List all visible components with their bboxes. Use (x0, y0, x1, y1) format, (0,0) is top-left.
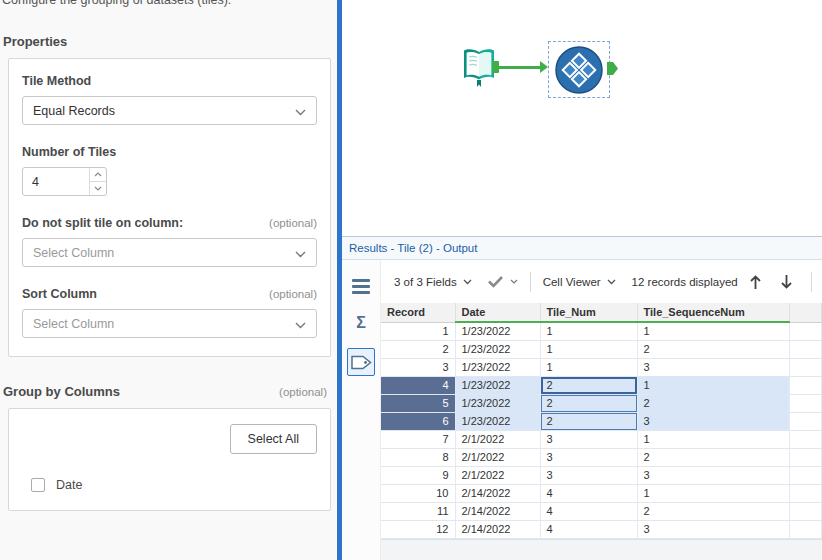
data-grid-view-icon[interactable] (347, 274, 375, 298)
cell-viewer-label: Cell Viewer (543, 276, 601, 288)
cell-record[interactable]: 12 (381, 520, 455, 538)
tile-output-anchor[interactable] (607, 62, 618, 75)
cell-tile[interactable]: 4 (540, 502, 637, 520)
group-by-column-label: Date (56, 478, 82, 492)
cell-seq[interactable]: 1 (637, 430, 789, 448)
cell-record[interactable]: 6 (381, 412, 455, 430)
cell-viewer-dropdown[interactable]: Cell Viewer (543, 276, 616, 288)
increment-button[interactable] (90, 168, 106, 182)
column-header-date[interactable]: Date (455, 303, 540, 322)
cell-record[interactable]: 8 (381, 448, 455, 466)
sort-column-label: Sort Column (22, 287, 97, 301)
cell-filler (789, 520, 822, 538)
cell-tile[interactable]: 4 (540, 520, 637, 538)
cell-tile[interactable]: 3 (540, 448, 637, 466)
decrement-button[interactable] (90, 182, 106, 195)
workflow-canvas[interactable] (342, 0, 822, 236)
cell-tile[interactable]: 3 (540, 466, 637, 484)
number-of-tiles-label: Number of Tiles (22, 145, 116, 159)
cell-date[interactable]: 1/23/2022 (455, 394, 540, 412)
column-header-tile_sequencenum[interactable]: Tile_SequenceNum (637, 303, 789, 322)
cell-seq[interactable]: 2 (637, 448, 789, 466)
cell-date[interactable]: 1/23/2022 (455, 340, 540, 358)
sort-column-value: Select Column (33, 317, 114, 331)
select-all-button[interactable]: Select All (230, 424, 317, 454)
input-data-tool[interactable] (462, 47, 496, 91)
cell-date[interactable]: 1/23/2022 (455, 358, 540, 376)
cell-filler (789, 322, 822, 340)
sort-column-optional-tag: (optional) (269, 288, 317, 300)
cell-seq[interactable]: 2 (637, 394, 789, 412)
no-split-column-value: Select Column (33, 246, 114, 260)
tile-tool-icon (554, 45, 604, 95)
group-by-box: Select All Date (8, 408, 331, 511)
arrow-up-icon[interactable] (749, 274, 762, 290)
cell-seq[interactable]: 2 (637, 340, 789, 358)
cell-record[interactable]: 5 (381, 394, 455, 412)
cell-tile[interactable]: 1 (540, 358, 637, 376)
cell-seq[interactable]: 1 (637, 484, 789, 502)
number-of-tiles-stepper[interactable]: 4 (22, 167, 107, 196)
output-tag-view-icon[interactable] (347, 348, 375, 376)
horizontal-scroll-area[interactable] (381, 539, 822, 560)
results-view-strip: Σ (342, 260, 381, 560)
chevron-down-icon (295, 102, 306, 120)
no-split-label-row: Do not split tile on column: (optional) (22, 216, 317, 230)
cell-filler (789, 430, 822, 448)
cell-tile[interactable]: 2 (540, 412, 637, 430)
connection-wire[interactable] (499, 66, 541, 69)
cell-seq[interactable]: 3 (637, 358, 789, 376)
cell-date[interactable]: 2/14/2022 (455, 520, 540, 538)
tool-description: Configure the grouping of datasets (tile… (0, 0, 337, 7)
cell-tile[interactable]: 3 (540, 430, 637, 448)
checkbox[interactable] (31, 478, 45, 492)
sort-column-select[interactable]: Select Column (22, 309, 317, 338)
output-anchor[interactable] (492, 61, 499, 73)
cell-seq[interactable]: 3 (637, 520, 789, 538)
cell-tile[interactable]: 1 (540, 322, 637, 340)
group-by-list: Date (22, 478, 317, 492)
fields-summary: 3 of 3 Fields (394, 276, 457, 288)
results-grid: RecordDateTile_NumTile_SequenceNum 11/23… (381, 303, 822, 539)
cell-filler (789, 448, 822, 466)
cell-date[interactable]: 2/1/2022 (455, 466, 540, 484)
column-header-record[interactable]: Record (381, 303, 455, 322)
cell-date[interactable]: 1/23/2022 (455, 322, 540, 340)
cell-record[interactable]: 7 (381, 430, 455, 448)
cell-seq[interactable]: 3 (637, 466, 789, 484)
fields-dropdown[interactable]: 3 of 3 Fields (394, 276, 472, 288)
cell-seq[interactable]: 2 (637, 502, 789, 520)
cell-record[interactable]: 11 (381, 502, 455, 520)
no-split-column-select[interactable]: Select Column (22, 238, 317, 267)
metadata-view-icon[interactable]: Σ (347, 311, 375, 335)
cell-record[interactable]: 1 (381, 322, 455, 340)
cell-date[interactable]: 2/14/2022 (455, 502, 540, 520)
tile-tool[interactable] (554, 45, 604, 99)
results-table-header-row: RecordDateTile_NumTile_SequenceNum (381, 303, 822, 322)
cell-date[interactable]: 1/23/2022 (455, 412, 540, 430)
cell-record[interactable]: 3 (381, 358, 455, 376)
column-header-tile_num[interactable]: Tile_Num (540, 303, 637, 322)
cell-tile[interactable]: 2 (540, 376, 637, 394)
cell-record[interactable]: 10 (381, 484, 455, 502)
cell-date[interactable]: 2/1/2022 (455, 448, 540, 466)
tile-method-value: Equal Records (33, 104, 115, 118)
table-row: 11/23/202211 (381, 322, 822, 340)
tile-method-select[interactable]: Equal Records (22, 96, 317, 125)
records-displayed-label: 12 records displayed (632, 276, 738, 288)
cell-record[interactable]: 9 (381, 466, 455, 484)
cell-seq[interactable]: 1 (637, 376, 789, 394)
column-header-filler (789, 303, 822, 322)
cell-seq[interactable]: 1 (637, 322, 789, 340)
cell-date[interactable]: 2/1/2022 (455, 430, 540, 448)
cell-date[interactable]: 2/14/2022 (455, 484, 540, 502)
cell-seq[interactable]: 3 (637, 412, 789, 430)
cell-date[interactable]: 1/23/2022 (455, 376, 540, 394)
cell-tile[interactable]: 1 (540, 340, 637, 358)
cell-record[interactable]: 2 (381, 340, 455, 358)
field-select-check[interactable] (487, 275, 518, 288)
cell-tile[interactable]: 2 (540, 394, 637, 412)
cell-tile[interactable]: 4 (540, 484, 637, 502)
arrow-down-icon[interactable] (780, 274, 793, 290)
cell-record[interactable]: 4 (381, 376, 455, 394)
